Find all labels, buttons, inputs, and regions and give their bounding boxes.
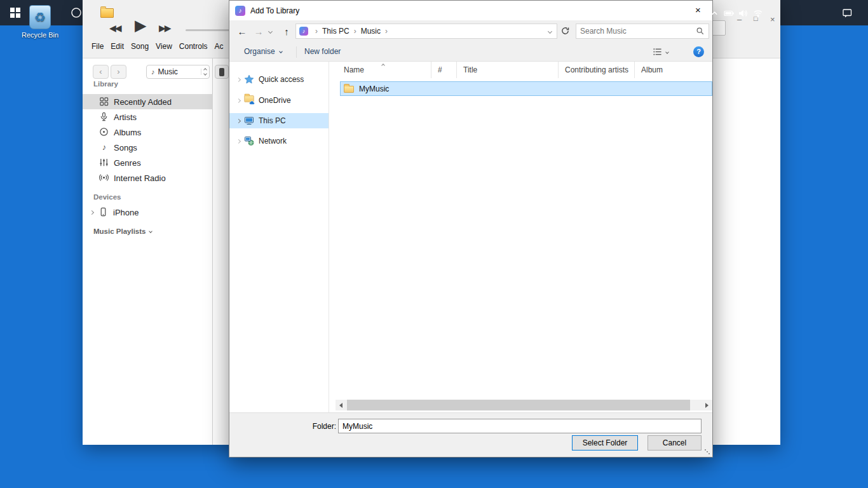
- album-icon: [99, 127, 109, 137]
- breadcrumb-separator: ›: [315, 27, 318, 36]
- itunes-sidebar: ‹ › ♪ Music Library Recently Added Artis…: [83, 58, 213, 445]
- organise-menu-button[interactable]: Organise: [244, 47, 282, 56]
- forward-button[interactable]: →: [251, 24, 266, 39]
- iphone-icon: [98, 207, 109, 217]
- dialog-navigation-bar: ← → ↑ ♪ › This PC › Music ›: [229, 20, 712, 43]
- refresh-button[interactable]: [560, 26, 570, 38]
- itunes-back-button[interactable]: ‹: [93, 65, 109, 79]
- microphone-icon: [99, 112, 109, 122]
- next-track-button[interactable]: ▶▶: [159, 23, 170, 33]
- sidebar-item-label: Genres: [114, 158, 141, 168]
- recycle-bin-label: Recycle Bin: [18, 31, 62, 39]
- select-folder-button[interactable]: Select Folder: [572, 435, 638, 451]
- navpane-label: This PC: [259, 116, 286, 125]
- desktop: ♻ Recycle Bin ◀◀ ▶ ▶▶ File Edit Song Vie…: [0, 0, 868, 488]
- this-pc-icon: [244, 116, 255, 126]
- address-bar[interactable]: ♪ › This PC › Music ›: [295, 24, 557, 39]
- horizontal-scrollbar[interactable]: [336, 400, 712, 410]
- navpane-network[interactable]: Network: [229, 133, 329, 149]
- column-header-contributing-artists[interactable]: Contributing artists: [559, 62, 635, 78]
- note-icon: ♪: [151, 68, 155, 76]
- device-button[interactable]: [215, 65, 229, 79]
- up-button[interactable]: ↑: [279, 24, 294, 39]
- sidebar-item-label: Recently Added: [114, 97, 172, 107]
- menu-controls[interactable]: Controls: [179, 42, 208, 51]
- itunes-forward-button[interactable]: ›: [111, 65, 126, 79]
- cancel-button[interactable]: Cancel: [648, 435, 702, 451]
- navpane-onedrive[interactable]: OneDrive: [229, 93, 329, 108]
- resize-grip[interactable]: [705, 449, 706, 451]
- sidebar-item-artists[interactable]: Artists: [83, 109, 213, 125]
- navpane-quick-access[interactable]: Quick access: [229, 72, 329, 87]
- navpane-this-pc[interactable]: This PC: [229, 113, 329, 128]
- scroll-right-arrow[interactable]: [702, 400, 712, 410]
- itunes-close-button[interactable]: ×: [770, 15, 775, 24]
- tray-expand-button[interactable]: [709, 8, 720, 18]
- column-header-number[interactable]: #: [431, 62, 457, 78]
- menu-edit[interactable]: Edit: [111, 42, 124, 51]
- recent-locations-dropdown-icon[interactable]: [268, 29, 273, 34]
- menu-account[interactable]: Ac: [215, 42, 224, 51]
- search-box[interactable]: [576, 24, 709, 39]
- address-dropdown-icon[interactable]: [548, 29, 552, 34]
- breadcrumb-separator: ›: [354, 27, 356, 36]
- pane-splitter[interactable]: [329, 62, 329, 412]
- add-to-library-dialog: ♪ Add To Library × ← → ↑ ♪ › This PC › M…: [229, 0, 713, 458]
- folder-label: Folder:: [293, 419, 336, 433]
- new-folder-button[interactable]: New folder: [304, 47, 341, 56]
- expander-icon[interactable]: [90, 210, 94, 214]
- sliders-icon: [99, 158, 109, 168]
- sidebar-item-label: iPhone: [113, 208, 139, 217]
- search-icon[interactable]: [696, 27, 705, 36]
- breadcrumb-music[interactable]: Music: [361, 27, 381, 36]
- volume-icon[interactable]: [737, 8, 748, 18]
- scrollbar-thumb[interactable]: [347, 400, 690, 410]
- navpane-label: Quick access: [259, 75, 304, 84]
- file-row-mymusic[interactable]: MyMusic: [340, 81, 712, 96]
- change-view-button[interactable]: [653, 47, 668, 57]
- sidebar-item-songs[interactable]: ♪ Songs: [83, 140, 213, 155]
- menu-view[interactable]: View: [156, 42, 172, 51]
- library-list: Recently Added Artists Albums ♪ Songs Ge…: [83, 94, 213, 186]
- sidebar-item-recently-added[interactable]: Recently Added: [83, 94, 213, 109]
- dialog-close-button[interactable]: ×: [684, 1, 712, 20]
- action-center-icon[interactable]: [842, 8, 853, 18]
- sidebar-item-label: Artists: [114, 112, 137, 122]
- search-input[interactable]: [576, 27, 696, 36]
- grid-icon: [99, 97, 109, 107]
- help-button[interactable]: ?: [693, 46, 704, 57]
- recycle-bin-icon: ♻: [29, 5, 51, 29]
- menu-song[interactable]: Song: [131, 42, 149, 51]
- sidebar-item-internet-radio[interactable]: Internet Radio: [83, 170, 213, 186]
- sidebar-item-iphone[interactable]: iPhone: [83, 205, 213, 220]
- menu-file[interactable]: File: [92, 42, 104, 51]
- scroll-left-arrow[interactable]: [336, 400, 346, 410]
- play-button[interactable]: ▶: [135, 17, 146, 34]
- devices-section-header: Devices: [93, 193, 121, 201]
- file-explorer-icon: [100, 8, 114, 18]
- cortana-icon: [71, 7, 82, 18]
- sort-ascending-icon: [381, 64, 385, 67]
- column-header-title[interactable]: Title: [457, 62, 559, 78]
- column-header-name[interactable]: Name: [337, 62, 431, 78]
- breadcrumb-this-pc[interactable]: This PC: [322, 27, 349, 36]
- dialog-titlebar[interactable]: ♪ Add To Library ×: [229, 1, 712, 20]
- dropdown-stepper-icon[interactable]: [201, 69, 209, 75]
- column-header-album[interactable]: Album: [635, 62, 712, 78]
- dialog-command-bar: Organise New folder ?: [229, 43, 712, 62]
- battery-icon[interactable]: [724, 8, 735, 18]
- sidebar-item-genres[interactable]: Genres: [83, 155, 213, 170]
- sidebar-item-albums[interactable]: Albums: [83, 125, 213, 140]
- back-button[interactable]: ←: [234, 24, 250, 39]
- recycle-bin-desktop-icon[interactable]: ♻ Recycle Bin: [18, 5, 62, 39]
- network-wifi-icon[interactable]: [752, 8, 763, 18]
- previous-track-button[interactable]: ◀◀: [109, 23, 121, 33]
- music-playlists-header[interactable]: Music Playlists: [93, 227, 152, 235]
- sidebar-item-label: Internet Radio: [114, 173, 166, 183]
- breadcrumb-separator: ›: [385, 27, 388, 36]
- sidebar-item-label: Songs: [114, 143, 137, 152]
- folder-name-input[interactable]: [338, 419, 702, 433]
- toolbar-divider: [296, 46, 297, 58]
- media-kind-dropdown[interactable]: ♪ Music: [146, 65, 210, 79]
- recycle-glyph: ♻: [34, 10, 46, 25]
